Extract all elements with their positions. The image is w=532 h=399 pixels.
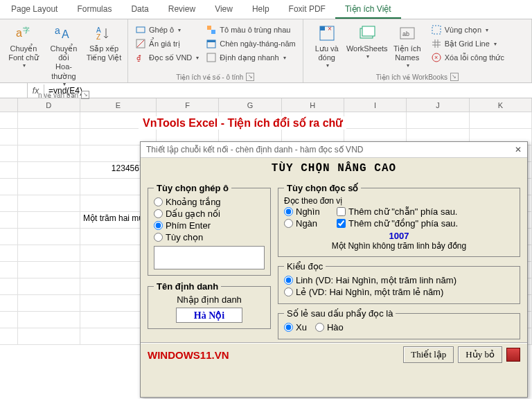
radio-khoang-trang[interactable]: Khoảng trắng — [154, 196, 265, 208]
dialog-launcher-icon[interactable]: ↘ — [246, 73, 254, 81]
btn-worksheets[interactable]: WorkSheets — [348, 21, 387, 72]
label: Tiện ích Names — [393, 44, 421, 62]
highlight-dup-icon — [206, 24, 217, 35]
chk-them-dong[interactable]: Thêm chữ "đồng" phía sau. — [337, 218, 458, 229]
legend: Tùy chọn đọc số — [284, 183, 361, 193]
hide-icon — [135, 38, 146, 49]
svg-text:A: A — [62, 28, 69, 40]
group-ten-dinh-danh: Tên định danh Nhập định danh — [148, 281, 271, 329]
worksheets-icon — [357, 24, 377, 43]
btn-bat-gridline[interactable]: Bật Grid Line — [428, 37, 507, 50]
group-label: Tiện ích về WorkBooks — [376, 73, 447, 81]
group-kieu-doc: Kiểu đọc Linh (VD: Hai Nghìn, một trăm l… — [278, 261, 520, 304]
svg-text:字: 字 — [23, 26, 30, 34]
radio-linh[interactable]: Linh (VD: Hai Nghìn, một trăm linh năm) — [284, 274, 514, 286]
tab-page-layout[interactable]: Page Layout — [1, 0, 67, 19]
btn-an-gia-tri[interactable]: Ẩn giá trị — [132, 37, 202, 50]
radio-phim-enter[interactable]: Phím Enter — [154, 220, 265, 231]
radio-hao[interactable]: Hào — [315, 321, 344, 333]
legend: Số lẻ sau dấu phẩy đọc là — [284, 308, 396, 319]
col-header[interactable]: G — [219, 98, 281, 112]
vnd-icon: ₫ — [135, 52, 146, 63]
svg-rect-10 — [207, 26, 211, 30]
btn-chuyen-doi-hoa-thuong[interactable]: aA Chuyển đổi Hoa-thường — [44, 21, 83, 90]
svg-text:×: × — [434, 54, 438, 61]
tab-formulas[interactable]: Formulas — [67, 0, 121, 19]
close-icon[interactable]: ✕ — [515, 145, 522, 154]
group-tuy-chon-doc-so: Tùy chọn đọc số Đọc theo đơn vị Nghìn Ng… — [278, 183, 520, 257]
tab-foxit-pdf[interactable]: Foxit PDF — [279, 0, 335, 19]
btn-vung-chon[interactable]: Vùng chọn — [428, 24, 507, 36]
clear-error-icon: × — [431, 52, 442, 63]
group-tuy-chon-ghep-o: Tùy chọn ghép ô Khoảng trắng Dấu gạch nố… — [148, 183, 271, 276]
svg-rect-21 — [432, 26, 441, 34]
group-doc-theo-don-vi: Đọc theo đơn vị Nghìn Ngàn Thêm chữ "chẵ… — [284, 196, 514, 251]
btn-tien-ich-names[interactable]: ab Tiện ích Names — [388, 21, 427, 72]
btn-dinh-dang-nhanh[interactable]: Định dạng nhanh — [203, 51, 298, 64]
ribbon-group-text: a字 Chuyển Font chữ aA Chuyển đổi Hoa-thư… — [0, 19, 128, 82]
col-header[interactable]: I — [344, 98, 407, 112]
btn-xoa-loi-cong-thuc[interactable]: ×Xóa lỗi công thức — [428, 51, 507, 64]
svg-text:₫: ₫ — [136, 54, 141, 62]
group-so-le: Số lẻ sau dấu phẩy đọc là Xu Hào — [278, 308, 520, 339]
btn-sap-xep-tieng-viet[interactable]: AZ Sắp xếp Tiếng Việt — [85, 21, 123, 90]
svg-rect-6 — [136, 27, 145, 33]
btn-chen-ngay[interactable]: Chèn ngày-tháng-năm — [203, 37, 298, 50]
legend: Đọc theo đơn vị — [281, 196, 345, 206]
radio-tuy-chon[interactable]: Tùy chọn — [154, 231, 265, 243]
col-header[interactable]: J — [407, 98, 469, 112]
tab-data[interactable]: Data — [121, 0, 158, 19]
btn-thiet-lap[interactable]: Thiết lập — [403, 346, 454, 363]
names-icon: ab — [398, 24, 417, 43]
svg-rect-14 — [207, 53, 215, 62]
radio-nghin[interactable]: Nghìn — [284, 206, 332, 218]
dialog-launcher-icon[interactable]: ↘ — [81, 91, 89, 99]
tab-view[interactable]: View — [205, 0, 242, 19]
btn-to-mau-trung[interactable]: Tô màu ô trùng nhau — [203, 24, 298, 36]
ribbon-group-workbooks: × Lưu và đóng WorkSheets ab Tiện ích Nam… — [303, 19, 532, 82]
radio-dau-gach-noi[interactable]: Dấu gạch nối — [154, 208, 265, 220]
btn-chuyen-font[interactable]: a字 Chuyển Font chữ — [4, 21, 43, 90]
dialog-titlebar[interactable]: Thiết lập chuỗi kết nối - chèn định danh… — [141, 142, 527, 158]
dialog-tuy-chon-nang-cao: Thiết lập chuỗi kết nối - chèn định danh… — [140, 141, 528, 398]
tab-tien-ich-viet[interactable]: Tiện ích Việt — [335, 0, 401, 19]
sample-text: Một Nghìn không trăm linh bảy đồng — [284, 241, 514, 251]
ribbon-content: a字 Chuyển Font chữ aA Chuyển đổi Hoa-thư… — [0, 19, 532, 83]
brand-link[interactable]: WINDOWS11.VN — [148, 349, 229, 361]
col-header[interactable]: K — [470, 98, 532, 112]
radio-ngan[interactable]: Ngàn — [284, 218, 332, 229]
exit-icon[interactable] — [506, 348, 520, 362]
tab-review[interactable]: Review — [159, 0, 205, 19]
dialog-launcher-icon[interactable]: ↘ — [450, 73, 459, 81]
vntools-title: VnTools Excel - Tiện ích đổi số ra chữ — [139, 116, 346, 130]
chk-them-chan[interactable]: Thêm chữ "chẵn" phía sau. — [337, 206, 458, 218]
label: Lưu và đóng — [315, 44, 339, 62]
case-icon: aA — [54, 24, 73, 43]
svg-text:×: × — [328, 25, 332, 33]
label: Sắp xếp Tiếng Việt — [87, 44, 122, 62]
label: Nhập định danh — [154, 294, 265, 305]
col-header[interactable]: H — [282, 98, 344, 112]
legend: Kiểu đọc — [284, 261, 326, 272]
label: WorkSheets — [346, 44, 388, 53]
selection-icon — [431, 24, 442, 35]
btn-luu-va-dong[interactable]: × Lưu và đóng — [308, 21, 346, 72]
btn-ghep-o[interactable]: Ghép ô — [132, 24, 202, 36]
custom-separator-input[interactable] — [154, 246, 265, 269]
legend: Tùy chọn ghép ô — [154, 183, 231, 193]
svg-rect-13 — [207, 40, 215, 42]
tab-help[interactable]: Help — [242, 0, 279, 19]
radio-le[interactable]: Lẻ (VD: Hai Nghìn, một trăm lẻ năm) — [284, 286, 514, 298]
svg-line-8 — [137, 40, 144, 47]
btn-huy-bo[interactable]: Hủy bỏ — [458, 346, 502, 363]
legend: Tên định danh — [154, 281, 221, 292]
font-icon: a字 — [14, 24, 33, 43]
sample-number: 1007 — [284, 231, 514, 241]
radio-xu[interactable]: Xu — [284, 321, 307, 333]
col-header[interactable]: F — [157, 98, 219, 112]
dialog-footer: WINDOWS11.VN Thiết lập Hủy bỏ — [141, 342, 527, 366]
grid-icon — [431, 38, 442, 49]
btn-doc-so-vnd[interactable]: ₫Đọc số VND — [132, 51, 202, 64]
dialog-heading: TÙY CHỌN NÂNG CAO — [141, 158, 527, 179]
dinh-danh-input[interactable] — [176, 308, 242, 323]
